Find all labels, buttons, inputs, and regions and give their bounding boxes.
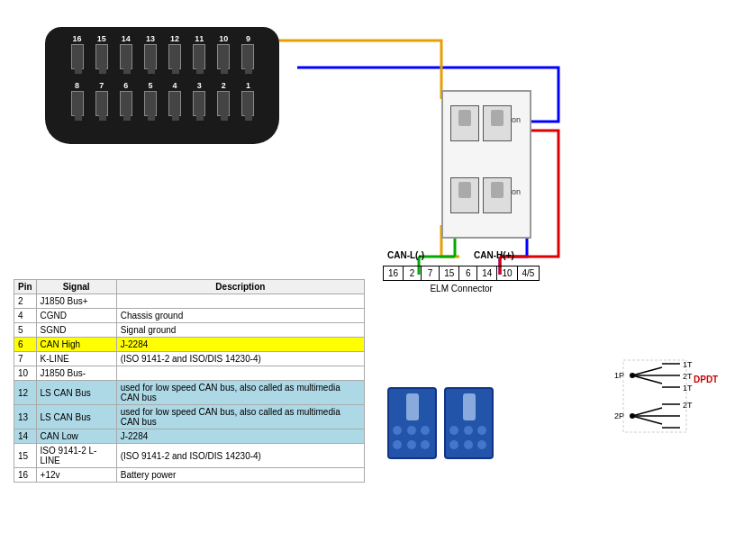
- pin-num: 5: [14, 323, 37, 338]
- pin-signal: J1850 Bus-: [36, 366, 116, 381]
- table-row-ls-can-13: 13 LS CAN Bus used for low speed CAN bus…: [14, 405, 365, 429]
- table-row: 2 J1850 Bus+: [14, 294, 365, 309]
- elm-pin-10: 10: [497, 266, 517, 281]
- pin-10: 10: [217, 34, 230, 69]
- switch-top-right: [483, 105, 512, 141]
- pin-1: 1: [241, 81, 254, 116]
- pin-num: 14: [14, 429, 37, 444]
- pin-desc: J-2284: [116, 429, 364, 444]
- switch-on-label-1: on: [512, 115, 521, 124]
- switch-top: [450, 105, 512, 141]
- pin-desc: [116, 366, 364, 381]
- switch-on-label-2: on: [512, 187, 521, 196]
- switch-top-lever: [450, 105, 479, 141]
- pin-num: 12: [14, 381, 37, 405]
- pin-desc: Signal ground: [116, 323, 364, 338]
- elm-connector-area: 16 2 7 15 6 14 10 4/5 ELM Connector: [383, 266, 540, 294]
- pin-num: 16: [14, 468, 37, 483]
- pin-7: 7: [95, 81, 108, 116]
- elm-pin-7: 7: [422, 266, 440, 281]
- pin-16: 16: [71, 34, 84, 69]
- svg-point-28: [630, 413, 635, 419]
- pin-5: 5: [144, 81, 157, 116]
- elm-pin-16: 16: [384, 266, 404, 281]
- col-description: Description: [116, 280, 364, 294]
- pin-11: 11: [193, 34, 205, 69]
- svg-rect-29: [623, 360, 686, 432]
- pin-signal-table: Pin Signal Description 2 J1850 Bus+ 4 CG…: [14, 279, 365, 483]
- connector-body: 16 15 14 13 12 11: [45, 27, 279, 144]
- toggle-switch-right: [444, 387, 494, 459]
- toggle-switch-left: [387, 387, 437, 459]
- svg-text:1T: 1T: [683, 384, 693, 393]
- svg-line-14: [632, 408, 662, 416]
- pin-3: 3: [193, 81, 205, 116]
- toggle-switch-photos: [387, 387, 494, 459]
- pin-signal: +12v: [36, 468, 116, 483]
- switch-box: on on: [441, 90, 531, 239]
- svg-text:1T: 1T: [683, 360, 693, 369]
- svg-line-11: [632, 367, 662, 375]
- pin-signal-table-area: Pin Signal Description 2 J1850 Bus+ 4 CG…: [14, 279, 365, 483]
- elm-pin-2: 2: [404, 266, 422, 281]
- pin-signal: ISO 9141-2 L-LINE: [36, 444, 116, 468]
- table-row: 10 J1850 Bus-: [14, 366, 365, 381]
- pin-num: 7: [14, 352, 37, 366]
- switch-bottom-right: [483, 177, 512, 213]
- table-row-can-high: 6 CAN High J-2284: [14, 338, 365, 352]
- pin-signal: CAN Low: [36, 429, 116, 444]
- pin-desc: used for low speed CAN bus, also called …: [116, 405, 364, 429]
- pin-desc: J-2284: [116, 338, 364, 352]
- svg-point-27: [630, 373, 635, 378]
- pin-signal: J1850 Bus+: [36, 294, 116, 309]
- pin-num: 2: [14, 294, 37, 309]
- switch-bottom: [450, 177, 512, 213]
- elm-table: 16 2 7 15 6 14 10 4/5: [383, 266, 540, 281]
- pin-12: 12: [168, 34, 181, 69]
- table-row: 7 K-LINE (ISO 9141-2 and ISO/DIS 14230-4…: [14, 352, 365, 366]
- elm-pin-45: 4/5: [517, 266, 540, 281]
- pin-signal: CGND: [36, 309, 116, 323]
- pin-desc: (ISO 9141-2 and ISO/DIS 14230-4): [116, 352, 364, 366]
- pin-desc: Battery power: [116, 468, 364, 483]
- pin-num: 15: [14, 444, 37, 468]
- pin-signal: LS CAN Bus: [36, 405, 116, 429]
- elm-pin-14: 14: [477, 266, 497, 281]
- pin-desc: Chassis ground: [116, 309, 364, 323]
- pin-desc: [116, 294, 364, 309]
- pin-14: 14: [120, 34, 132, 69]
- pin-desc: used for low speed CAN bus, also called …: [116, 381, 364, 405]
- dpdt-1p-label: 1P: [614, 371, 624, 380]
- svg-line-13: [632, 375, 662, 384]
- pin-num: 4: [14, 309, 37, 323]
- switch-bottom-lever: [450, 177, 479, 213]
- col-signal: Signal: [36, 280, 116, 294]
- pin-6: 6: [120, 81, 132, 116]
- pin-15: 15: [95, 34, 108, 69]
- pin-8: 8: [71, 81, 84, 116]
- pin-signal: SGND: [36, 323, 116, 338]
- obd-connector: 16 15 14 13 12 11: [45, 27, 279, 144]
- table-row: 4 CGND Chassis ground: [14, 309, 365, 323]
- svg-text:2T: 2T: [683, 401, 693, 410]
- dpdt-label: DPDT: [694, 375, 718, 384]
- pin-9: 9: [241, 34, 254, 69]
- elm-pin-15: 15: [440, 266, 459, 281]
- pin-num: 13: [14, 405, 37, 429]
- table-row-can-low: 14 CAN Low J-2284: [14, 429, 365, 444]
- table-row: 5 SGND Signal ground: [14, 323, 365, 338]
- pin-signal: LS CAN Bus: [36, 381, 116, 405]
- pin-num: 10: [14, 366, 37, 381]
- svg-text:2T: 2T: [683, 372, 693, 381]
- col-pin: Pin: [14, 280, 37, 294]
- table-row: 16 +12v Battery power: [14, 468, 365, 483]
- can-labels: CAN-L(-) CAN-H(+): [387, 250, 514, 260]
- can-high-label: CAN-H(+): [474, 250, 514, 260]
- table-row: 15 ISO 9141-2 L-LINE (ISO 9141-2 and ISO…: [14, 444, 365, 468]
- pin-signal: CAN High: [36, 338, 116, 352]
- pin-num: 6: [14, 338, 37, 352]
- dpdt-2p-label: 2P: [614, 411, 624, 420]
- can-low-label: CAN-L(-): [387, 250, 424, 260]
- dpdt-diagram: 1P 2P 1T 2T 1T 2T DPDT: [612, 351, 721, 452]
- elm-connector-label: ELM Connector: [383, 284, 540, 294]
